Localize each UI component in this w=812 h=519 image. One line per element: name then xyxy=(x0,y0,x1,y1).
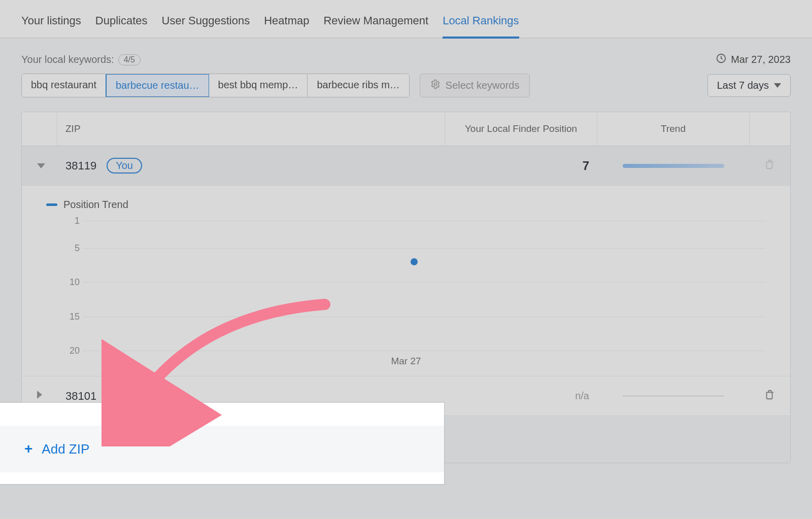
tab-duplicates[interactable]: Duplicates xyxy=(95,14,148,39)
grid-line xyxy=(83,317,766,317)
keyword-pill-2[interactable]: best bbq memp… xyxy=(209,74,308,97)
keyword-pill-0[interactable]: bbq restaurant xyxy=(22,74,106,97)
zip-value: 38101 xyxy=(65,390,96,403)
zip-value: 38119 xyxy=(65,159,96,172)
date-range-label: Last 7 days xyxy=(717,80,769,91)
tab-user-suggestions[interactable]: User Suggestions xyxy=(162,14,250,39)
th-position: Your Local Finder Position xyxy=(445,112,597,146)
position-value: n/a xyxy=(445,381,597,411)
keyword-pill-3[interactable]: barbecue ribs m… xyxy=(308,74,409,97)
grid-line xyxy=(83,221,766,221)
tabs-bar: Your listings Duplicates User Suggestion… xyxy=(0,0,812,39)
chevron-down-icon xyxy=(774,83,781,88)
chart-data-point xyxy=(411,258,418,265)
keywords-count-pill: 4/5 xyxy=(118,54,141,65)
table-row: 38119 You 7 xyxy=(22,146,790,186)
svg-point-1 xyxy=(434,83,436,86)
keyword-pill-group: bbq restaurant barbecue restau… best bbq… xyxy=(21,74,410,97)
date-indicator: Mar 27, 2023 xyxy=(716,53,791,66)
grid-line xyxy=(83,282,766,283)
grid-line xyxy=(83,351,766,351)
delete-row-button[interactable] xyxy=(750,150,790,182)
th-actions xyxy=(750,112,790,146)
keywords-label-text: Your local keywords: xyxy=(21,54,114,65)
add-zip-label: Add ZIP xyxy=(42,441,89,457)
y-tick: 1 xyxy=(62,216,80,226)
y-tick: 15 xyxy=(62,312,80,322)
keywords-label: Your local keywords: 4/5 xyxy=(21,54,141,65)
position-value: 7 xyxy=(445,150,597,182)
highlight-annotation: + Add ZIP xyxy=(0,403,444,484)
tab-heatmap[interactable]: Heatmap xyxy=(264,14,309,39)
y-tick: 5 xyxy=(62,243,80,254)
tab-review-management[interactable]: Review Management xyxy=(323,14,428,39)
y-tick: 20 xyxy=(62,345,80,356)
chevron-right-icon xyxy=(37,391,42,399)
th-expand xyxy=(22,112,57,146)
x-tick: Mar 27 xyxy=(391,356,421,367)
chart-area: 1 5 10 15 20 xyxy=(62,221,766,351)
y-tick: 10 xyxy=(62,277,80,288)
select-keywords-button[interactable]: Select keywords xyxy=(420,74,530,97)
keyword-pill-1[interactable]: barbecue restau… xyxy=(106,74,210,97)
delete-row-button[interactable] xyxy=(750,380,790,412)
gear-icon xyxy=(430,79,441,92)
expand-toggle[interactable] xyxy=(22,151,57,180)
clock-icon xyxy=(716,53,727,66)
plus-icon: + xyxy=(24,441,32,457)
add-zip-button[interactable]: + Add ZIP xyxy=(0,426,444,472)
legend-label: Position Trend xyxy=(63,199,128,211)
you-badge: You xyxy=(107,158,142,174)
th-trend: Trend xyxy=(597,112,750,146)
tab-local-rankings[interactable]: Local Rankings xyxy=(443,14,519,39)
select-keywords-label: Select keywords xyxy=(446,80,520,91)
table-header: ZIP Your Local Finder Position Trend xyxy=(22,112,790,146)
chart-panel: Position Trend 1 5 10 15 20 Mar 27 xyxy=(22,186,790,376)
trend-sparkline xyxy=(597,387,750,405)
legend-swatch xyxy=(46,203,57,206)
th-zip: ZIP xyxy=(57,112,445,146)
grid-line xyxy=(83,248,766,249)
date-text: Mar 27, 2023 xyxy=(731,54,791,65)
date-range-button[interactable]: Last 7 days xyxy=(707,74,791,97)
chevron-down-icon xyxy=(37,163,45,168)
tab-your-listings[interactable]: Your listings xyxy=(21,14,81,39)
trend-sparkline xyxy=(597,155,750,177)
chart-legend: Position Trend xyxy=(46,199,766,211)
